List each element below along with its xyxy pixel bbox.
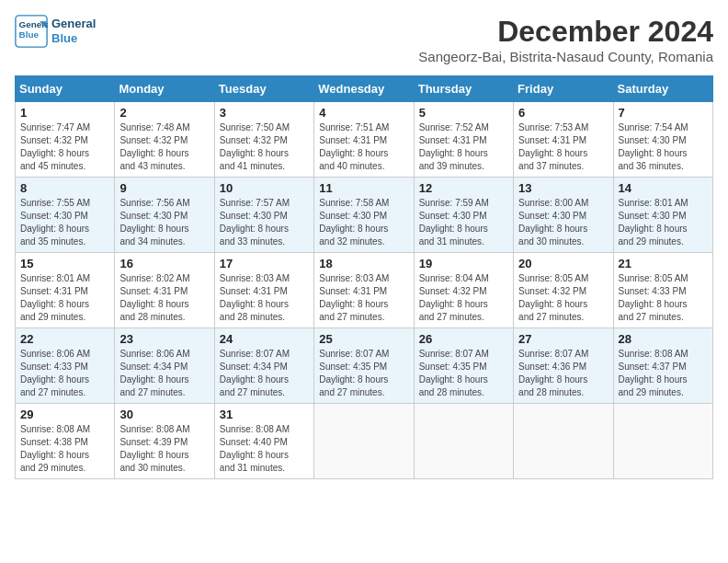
calendar-week-row: 22Sunrise: 8:06 AM Sunset: 4:33 PM Dayli… [16, 328, 713, 404]
weekday-header-monday: Monday [115, 76, 214, 102]
calendar-cell: 12Sunrise: 7:59 AM Sunset: 4:30 PM Dayli… [414, 178, 513, 253]
day-number: 29 [20, 408, 109, 421]
day-info: Sunrise: 7:59 AM Sunset: 4:30 PM Dayligh… [419, 197, 508, 248]
day-number: 31 [220, 408, 309, 421]
day-info: Sunrise: 8:08 AM Sunset: 4:39 PM Dayligh… [119, 423, 209, 475]
day-info: Sunrise: 8:08 AM Sunset: 4:40 PM Dayligh… [220, 423, 309, 475]
day-info: Sunrise: 8:08 AM Sunset: 4:37 PM Dayligh… [619, 348, 708, 399]
day-number: 19 [419, 257, 508, 270]
day-number: 9 [119, 181, 209, 195]
calendar-cell: 31Sunrise: 8:08 AM Sunset: 4:40 PM Dayli… [214, 404, 313, 479]
day-number: 26 [419, 332, 508, 346]
day-info: Sunrise: 7:52 AM Sunset: 4:31 PM Dayligh… [419, 121, 508, 173]
day-info: Sunrise: 8:04 AM Sunset: 4:32 PM Dayligh… [419, 272, 508, 324]
calendar-cell: 22Sunrise: 8:06 AM Sunset: 4:33 PM Dayli… [16, 328, 115, 404]
calendar-week-row: 29Sunrise: 8:08 AM Sunset: 4:38 PM Dayli… [16, 404, 713, 479]
day-number: 21 [619, 257, 708, 270]
day-number: 4 [319, 106, 408, 120]
day-number: 23 [119, 332, 209, 346]
day-info: Sunrise: 7:51 AM Sunset: 4:31 PM Dayligh… [319, 121, 408, 173]
calendar-cell: 10Sunrise: 7:57 AM Sunset: 4:30 PM Dayli… [214, 178, 313, 253]
calendar-cell: 26Sunrise: 8:07 AM Sunset: 4:35 PM Dayli… [414, 328, 513, 404]
calendar-cell: 8Sunrise: 7:55 AM Sunset: 4:30 PM Daylig… [16, 178, 115, 253]
day-info: Sunrise: 8:02 AM Sunset: 4:31 PM Dayligh… [119, 272, 209, 324]
day-number: 25 [319, 332, 408, 346]
calendar-title: December 2024 [418, 15, 713, 49]
day-info: Sunrise: 8:05 AM Sunset: 4:32 PM Dayligh… [518, 272, 608, 324]
calendar-subtitle: Sangeorz-Bai, Bistrita-Nasaud County, Ro… [418, 49, 713, 64]
calendar-cell: 1Sunrise: 7:47 AM Sunset: 4:32 PM Daylig… [16, 102, 115, 178]
day-info: Sunrise: 8:06 AM Sunset: 4:34 PM Dayligh… [119, 348, 209, 399]
weekday-header-thursday: Thursday [414, 76, 513, 102]
day-info: Sunrise: 8:06 AM Sunset: 4:33 PM Dayligh… [20, 348, 109, 399]
calendar-cell: 24Sunrise: 8:07 AM Sunset: 4:34 PM Dayli… [214, 328, 313, 404]
day-number: 10 [220, 181, 309, 195]
calendar-week-row: 8Sunrise: 7:55 AM Sunset: 4:30 PM Daylig… [16, 178, 713, 253]
weekday-header-wednesday: Wednesday [314, 76, 414, 102]
day-number: 18 [319, 257, 408, 270]
svg-text:Blue: Blue [19, 29, 40, 40]
day-info: Sunrise: 8:01 AM Sunset: 4:30 PM Dayligh… [619, 197, 708, 248]
calendar-cell: 13Sunrise: 8:00 AM Sunset: 4:30 PM Dayli… [514, 178, 613, 253]
calendar-cell: 29Sunrise: 8:08 AM Sunset: 4:38 PM Dayli… [16, 404, 115, 479]
calendar-cell: 23Sunrise: 8:06 AM Sunset: 4:34 PM Dayli… [115, 328, 214, 404]
calendar-cell: 7Sunrise: 7:54 AM Sunset: 4:30 PM Daylig… [613, 102, 712, 178]
logo-text: General Blue [51, 17, 96, 45]
calendar-cell: 27Sunrise: 8:07 AM Sunset: 4:36 PM Dayli… [514, 328, 613, 404]
day-number: 22 [20, 332, 109, 346]
calendar-cell: 11Sunrise: 7:58 AM Sunset: 4:30 PM Dayli… [314, 178, 414, 253]
logo: General Blue General Blue [15, 15, 96, 48]
weekday-header-tuesday: Tuesday [214, 76, 313, 102]
calendar-week-row: 15Sunrise: 8:01 AM Sunset: 4:31 PM Dayli… [16, 253, 713, 328]
day-number: 1 [20, 106, 109, 120]
day-number: 11 [319, 181, 408, 195]
day-number: 13 [518, 181, 608, 195]
day-number: 3 [220, 106, 309, 120]
day-info: Sunrise: 8:03 AM Sunset: 4:31 PM Dayligh… [319, 272, 408, 324]
calendar-cell [613, 404, 712, 479]
day-number: 28 [619, 332, 708, 346]
day-info: Sunrise: 8:05 AM Sunset: 4:33 PM Dayligh… [619, 272, 708, 324]
calendar-cell: 4Sunrise: 7:51 AM Sunset: 4:31 PM Daylig… [314, 102, 414, 178]
day-info: Sunrise: 8:00 AM Sunset: 4:30 PM Dayligh… [518, 197, 608, 248]
day-info: Sunrise: 7:57 AM Sunset: 4:30 PM Dayligh… [220, 197, 309, 248]
calendar-cell: 5Sunrise: 7:52 AM Sunset: 4:31 PM Daylig… [414, 102, 513, 178]
day-number: 27 [518, 332, 608, 346]
day-info: Sunrise: 7:53 AM Sunset: 4:31 PM Dayligh… [518, 121, 608, 173]
day-number: 14 [619, 181, 708, 195]
calendar-cell: 6Sunrise: 7:53 AM Sunset: 4:31 PM Daylig… [514, 102, 613, 178]
day-info: Sunrise: 7:58 AM Sunset: 4:30 PM Dayligh… [319, 197, 408, 248]
day-info: Sunrise: 7:54 AM Sunset: 4:30 PM Dayligh… [619, 121, 708, 173]
day-info: Sunrise: 8:01 AM Sunset: 4:31 PM Dayligh… [20, 272, 109, 324]
calendar-cell: 28Sunrise: 8:08 AM Sunset: 4:37 PM Dayli… [613, 328, 712, 404]
calendar-cell [314, 404, 414, 479]
day-info: Sunrise: 8:08 AM Sunset: 4:38 PM Dayligh… [20, 423, 109, 475]
day-number: 8 [20, 181, 109, 195]
day-info: Sunrise: 8:07 AM Sunset: 4:35 PM Dayligh… [419, 348, 508, 399]
calendar-cell: 2Sunrise: 7:48 AM Sunset: 4:32 PM Daylig… [115, 102, 214, 178]
day-info: Sunrise: 8:07 AM Sunset: 4:36 PM Dayligh… [518, 348, 608, 399]
day-number: 30 [119, 408, 209, 421]
calendar-cell: 18Sunrise: 8:03 AM Sunset: 4:31 PM Dayli… [314, 253, 414, 328]
calendar-week-row: 1Sunrise: 7:47 AM Sunset: 4:32 PM Daylig… [16, 102, 713, 178]
calendar-cell: 25Sunrise: 8:07 AM Sunset: 4:35 PM Dayli… [314, 328, 414, 404]
logo-icon: General Blue [15, 15, 48, 48]
day-info: Sunrise: 8:03 AM Sunset: 4:31 PM Dayligh… [220, 272, 309, 324]
day-info: Sunrise: 8:07 AM Sunset: 4:34 PM Dayligh… [220, 348, 309, 399]
day-number: 16 [119, 257, 209, 270]
day-number: 15 [20, 257, 109, 270]
calendar-cell: 14Sunrise: 8:01 AM Sunset: 4:30 PM Dayli… [613, 178, 712, 253]
day-number: 12 [419, 181, 508, 195]
day-number: 20 [518, 257, 608, 270]
weekday-header-friday: Friday [514, 76, 613, 102]
day-info: Sunrise: 7:55 AM Sunset: 4:30 PM Dayligh… [20, 197, 109, 248]
calendar-cell: 20Sunrise: 8:05 AM Sunset: 4:32 PM Dayli… [514, 253, 613, 328]
day-number: 5 [419, 106, 508, 120]
day-info: Sunrise: 7:48 AM Sunset: 4:32 PM Dayligh… [119, 121, 209, 173]
calendar-cell [414, 404, 513, 479]
day-info: Sunrise: 8:07 AM Sunset: 4:35 PM Dayligh… [319, 348, 408, 399]
calendar-cell: 3Sunrise: 7:50 AM Sunset: 4:32 PM Daylig… [214, 102, 313, 178]
weekday-header-saturday: Saturday [613, 76, 712, 102]
page-header: General Blue General Blue December 2024 … [15, 15, 713, 72]
calendar-cell: 21Sunrise: 8:05 AM Sunset: 4:33 PM Dayli… [613, 253, 712, 328]
